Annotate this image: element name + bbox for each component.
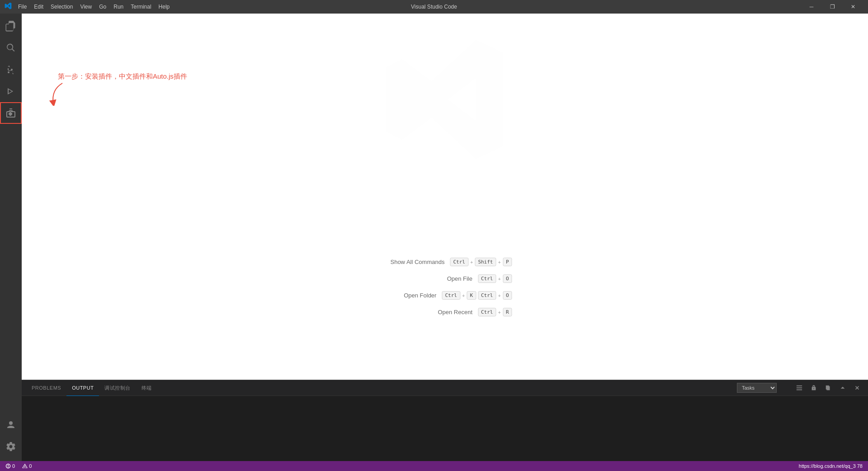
shortcut-label-open-folder: Open Folder <box>377 292 436 299</box>
panel-tabs: PROBLEMS OUTPUT 调试控制台 终端 Tasks Extension… <box>22 380 868 396</box>
shortcut-show-all-commands: Show All Commands Ctrl + Shift + P <box>386 258 512 266</box>
shortcuts-section: Show All Commands Ctrl + Shift + P Open … <box>377 258 512 316</box>
error-count: 0 <box>12 463 15 469</box>
key-ctrl-2: Ctrl <box>478 274 496 283</box>
shortcut-label-show-all-commands: Show All Commands <box>386 259 444 265</box>
tab-output[interactable]: OUTPUT <box>66 380 99 396</box>
menu-run[interactable]: Run <box>110 2 127 12</box>
activity-account[interactable] <box>0 414 22 436</box>
status-bar-right: https://blog.csdn.net/qq_3 78 <box>797 463 864 469</box>
shortcut-label-open-recent: Open Recent <box>414 309 472 316</box>
lock-icon[interactable] <box>807 382 820 394</box>
menu-bar: File Edit Selection View Go Run Terminal… <box>5 2 173 12</box>
shortcut-open-folder: Open Folder Ctrl + K Ctrl + O <box>377 291 512 300</box>
shortcut-open-recent: Open Recent Ctrl + R <box>414 308 512 316</box>
status-errors[interactable]: 0 <box>4 463 17 469</box>
menu-help[interactable]: Help <box>155 2 174 12</box>
chevron-up-icon[interactable] <box>836 382 849 394</box>
menu-go[interactable]: Go <box>95 2 110 12</box>
key-o-1: O <box>503 274 512 283</box>
menu-edit[interactable]: Edit <box>30 2 47 12</box>
menu-file[interactable]: File <box>14 2 30 12</box>
shortcut-open-file: Open File Ctrl + O <box>414 274 512 283</box>
shortcut-keys-open-file: Ctrl + O <box>478 274 512 283</box>
main-container: 第一步：安装插件，中文插件和Auto.js插件 Show All Command… <box>0 14 868 461</box>
shortcut-keys-show-all-commands: Ctrl + Shift + P <box>450 258 512 266</box>
annotation: 第一步：安装插件，中文插件和Auto.js插件 <box>49 72 187 108</box>
tab-debug-console[interactable]: 调试控制台 <box>99 380 136 396</box>
shortcut-keys-open-folder: Ctrl + K Ctrl + O <box>442 291 512 300</box>
annotation-text: 第一步：安装插件，中文插件和Auto.js插件 <box>58 72 187 81</box>
menu-view[interactable]: View <box>76 2 95 12</box>
activity-explorer[interactable] <box>0 15 22 37</box>
list-icon[interactable] <box>793 382 806 394</box>
status-url-text: https://blog.csdn.net/qq_3 <box>799 463 856 469</box>
maximize-button[interactable]: ❐ <box>822 0 843 14</box>
select-chevron-icon <box>778 382 791 394</box>
vscode-watermark <box>382 36 508 165</box>
key-ctrl-5: Ctrl <box>478 308 496 316</box>
activity-source-control[interactable] <box>0 59 22 80</box>
tab-problems[interactable]: PROBLEMS <box>26 380 66 396</box>
shortcut-keys-open-recent: Ctrl + R <box>478 308 512 316</box>
activity-extensions[interactable] <box>0 102 22 124</box>
activity-settings[interactable] <box>0 436 22 457</box>
key-r: R <box>503 308 512 316</box>
status-url-suffix: 78 <box>857 463 863 469</box>
status-warnings[interactable]: 0 <box>20 463 33 469</box>
panel-close-icon[interactable] <box>851 382 863 394</box>
bottom-panel: PROBLEMS OUTPUT 调试控制台 终端 Tasks Extension… <box>22 380 868 461</box>
editor-area: 第一步：安装插件，中文插件和Auto.js插件 Show All Command… <box>22 14 868 461</box>
title-bar: File Edit Selection View Go Run Terminal… <box>0 0 868 14</box>
close-button[interactable]: ✕ <box>843 0 863 14</box>
activity-bar <box>0 14 22 461</box>
panel-actions: Tasks Extensions Git <box>737 382 863 394</box>
activity-bar-bottom <box>0 414 22 461</box>
key-ctrl-3: Ctrl <box>442 291 460 300</box>
status-bar: 0 0 https://blog.csdn.net/qq_3 78 <box>0 461 868 471</box>
key-ctrl-1: Ctrl <box>450 258 468 266</box>
window-title: Visual Studio Code <box>411 4 457 10</box>
activity-run[interactable] <box>0 80 22 102</box>
warning-count: 0 <box>29 463 32 469</box>
panel-content <box>22 396 868 461</box>
activity-search[interactable] <box>0 37 22 59</box>
key-k: K <box>467 291 476 300</box>
shortcut-label-open-file: Open File <box>414 275 472 282</box>
tab-terminal[interactable]: 终端 <box>136 380 157 396</box>
key-p: P <box>503 258 512 266</box>
window-controls: ─ ❐ ✕ <box>801 0 863 14</box>
vscode-logo-icon <box>5 2 12 11</box>
key-shift: Shift <box>475 258 496 266</box>
menu-terminal[interactable]: Terminal <box>127 2 155 12</box>
status-bar-left: 0 0 <box>4 463 33 469</box>
key-o-2: O <box>503 291 512 300</box>
welcome-content: 第一步：安装插件，中文插件和Auto.js插件 Show All Command… <box>22 14 868 380</box>
status-url[interactable]: https://blog.csdn.net/qq_3 78 <box>797 463 864 469</box>
menu-selection[interactable]: Selection <box>47 2 76 12</box>
minimize-button[interactable]: ─ <box>801 0 822 14</box>
copy-icon[interactable] <box>822 382 835 394</box>
key-ctrl-4: Ctrl <box>478 291 496 300</box>
tasks-select[interactable]: Tasks Extensions Git <box>737 383 777 393</box>
